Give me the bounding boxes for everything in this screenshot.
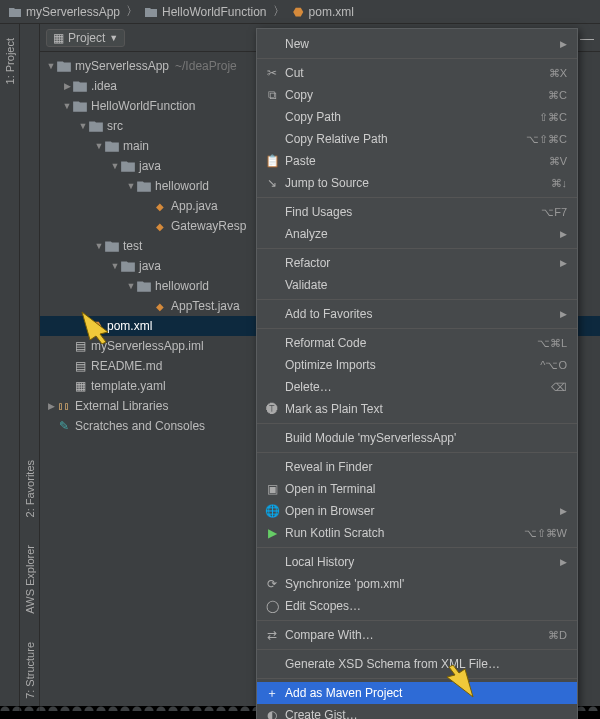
menu-item[interactable]: Optimize Imports^⌥O: [257, 354, 577, 376]
disclosure-arrow-icon[interactable]: ▼: [94, 241, 104, 251]
disclosure-arrow-icon[interactable]: ▼: [62, 101, 72, 111]
breadcrumb-label: myServerlessApp: [26, 5, 120, 19]
folder-icon: [120, 258, 136, 274]
menu-item[interactable]: ↘Jump to Source⌘↓: [257, 172, 577, 194]
disclosure-arrow-icon[interactable]: ▼: [126, 181, 136, 191]
submenu-arrow-icon: ▶: [560, 506, 567, 516]
folder-icon: [136, 178, 152, 194]
chevron-right-icon: 〉: [273, 3, 285, 20]
disclosure-arrow-icon[interactable]: ▶: [62, 81, 72, 91]
chevron-right-icon: 〉: [126, 3, 138, 20]
menu-item[interactable]: Delete…⌫: [257, 376, 577, 398]
menu-item-label: Add as Maven Project: [285, 686, 567, 700]
menu-item[interactable]: Generate XSD Schema from XML File…: [257, 653, 577, 675]
breadcrumb-item[interactable]: ⬣pom.xml: [287, 5, 358, 19]
menu-item[interactable]: 🌐Open in Browser▶: [257, 500, 577, 522]
menu-item-label: New: [285, 37, 556, 51]
menu-separator: [257, 649, 577, 650]
menu-item[interactable]: Copy Relative Path⌥⇧⌘C: [257, 128, 577, 150]
menu-item[interactable]: Reformat Code⌥⌘L: [257, 332, 577, 354]
tree-label: HelloWorldFunction: [91, 99, 196, 113]
menu-item-label: Validate: [285, 278, 567, 292]
menu-item-label: Build Module 'myServerlessApp': [285, 431, 567, 445]
disclosure-arrow-icon[interactable]: ▼: [46, 61, 56, 71]
tree-label: GatewayResp: [171, 219, 246, 233]
menu-item[interactable]: ▣Open in Terminal: [257, 478, 577, 500]
menu-separator: [257, 547, 577, 548]
pom-icon: ⬣: [88, 319, 104, 333]
breadcrumb-item[interactable]: myServerlessApp: [4, 5, 124, 19]
disclosure-arrow-icon[interactable]: ▼: [110, 161, 120, 171]
menu-item[interactable]: Refactor▶: [257, 252, 577, 274]
breadcrumb-item[interactable]: HelloWorldFunction: [140, 5, 271, 19]
menu-item[interactable]: ◐Create Gist…: [257, 704, 577, 719]
disclosure-arrow-icon[interactable]: ▼: [126, 281, 136, 291]
copy-icon: ⧉: [263, 88, 281, 102]
folder-icon: [104, 238, 120, 254]
menu-separator: [257, 620, 577, 621]
menu-item[interactable]: 📋Paste⌘V: [257, 150, 577, 172]
menu-item-label: Mark as Plain Text: [285, 402, 567, 416]
menu-item-label: Find Usages: [285, 205, 537, 219]
tool-window-tab[interactable]: 2: Favorites: [24, 452, 36, 525]
menu-item[interactable]: Add to Favorites▶: [257, 303, 577, 325]
menu-item[interactable]: ⧉Copy⌘C: [257, 84, 577, 106]
java-icon: ◆: [152, 301, 168, 312]
menu-item[interactable]: ＋Add as Maven Project: [257, 682, 577, 704]
menu-item-label: Edit Scopes…: [285, 599, 567, 613]
tool-window-tab[interactable]: 7: Structure: [24, 634, 36, 707]
menu-item[interactable]: ▶Run Kotlin Scratch⌥⇧⌘W: [257, 522, 577, 544]
menu-item[interactable]: ⟳Synchronize 'pom.xml': [257, 573, 577, 595]
tree-label: java: [139, 259, 161, 273]
menu-shortcut: ⌥⇧⌘C: [526, 133, 567, 146]
menu-item[interactable]: Local History▶: [257, 551, 577, 573]
menu-item[interactable]: Analyze▶: [257, 223, 577, 245]
menu-shortcut: ⌥⌘L: [537, 337, 567, 350]
tree-label: External Libraries: [75, 399, 168, 413]
tool-strip-inner: 2: FavoritesAWS Explorer7: Structure: [20, 24, 40, 719]
diff-icon: ⇄: [263, 628, 281, 642]
github-icon: ◐: [263, 708, 281, 719]
minimize-icon[interactable]: —: [580, 30, 594, 46]
disclosure-arrow-icon[interactable]: ▼: [78, 121, 88, 131]
tree-hint: ~/IdeaProje: [175, 59, 237, 73]
menu-item-label: Analyze: [285, 227, 556, 241]
disclosure-arrow-icon[interactable]: ▼: [94, 141, 104, 151]
menu-item[interactable]: Copy Path⇧⌘C: [257, 106, 577, 128]
submenu-arrow-icon: ▶: [560, 309, 567, 319]
sync-icon: ⟳: [263, 577, 281, 591]
globe-icon: 🌐: [263, 504, 281, 518]
tree-label: myServerlessApp: [75, 59, 169, 73]
panel-title-label: Project: [68, 31, 105, 45]
tree-label: template.yaml: [91, 379, 166, 393]
menu-item-label: Run Kotlin Scratch: [285, 526, 520, 540]
paste-icon: 📋: [263, 154, 281, 168]
menu-item[interactable]: Reveal in Finder: [257, 456, 577, 478]
menu-item[interactable]: Build Module 'myServerlessApp': [257, 427, 577, 449]
tool-window-tab[interactable]: AWS Explorer: [24, 537, 36, 622]
plus-icon: ＋: [263, 685, 281, 702]
menu-shortcut: ⌘↓: [551, 177, 568, 190]
tree-label: helloworld: [155, 179, 209, 193]
menu-item[interactable]: ⇄Compare With…⌘D: [257, 624, 577, 646]
panel-title-dropdown[interactable]: ▦ Project ▼: [46, 29, 125, 47]
submenu-arrow-icon: ▶: [560, 229, 567, 239]
menu-item-label: Generate XSD Schema from XML File…: [285, 657, 567, 671]
menu-item[interactable]: New▶: [257, 33, 577, 55]
folder-icon: [56, 58, 72, 74]
menu-item[interactable]: ◯Edit Scopes…: [257, 595, 577, 617]
submenu-arrow-icon: ▶: [560, 258, 567, 268]
menu-item[interactable]: 🅣Mark as Plain Text: [257, 398, 577, 420]
file-icon: ▤: [72, 339, 88, 353]
menu-item-label: Copy Relative Path: [285, 132, 522, 146]
disclosure-arrow-icon[interactable]: ▶: [46, 401, 56, 411]
cut-icon: ✂: [263, 66, 281, 80]
menu-item[interactable]: Find Usages⌥F7: [257, 201, 577, 223]
run-icon: ▶: [263, 526, 281, 540]
tool-window-tab[interactable]: 1: Project: [4, 30, 16, 92]
disclosure-arrow-icon[interactable]: ▼: [110, 261, 120, 271]
menu-item[interactable]: ✂Cut⌘X: [257, 62, 577, 84]
pom-icon: ⬣: [291, 5, 305, 19]
menu-item[interactable]: Validate: [257, 274, 577, 296]
text-icon: 🅣: [263, 402, 281, 416]
